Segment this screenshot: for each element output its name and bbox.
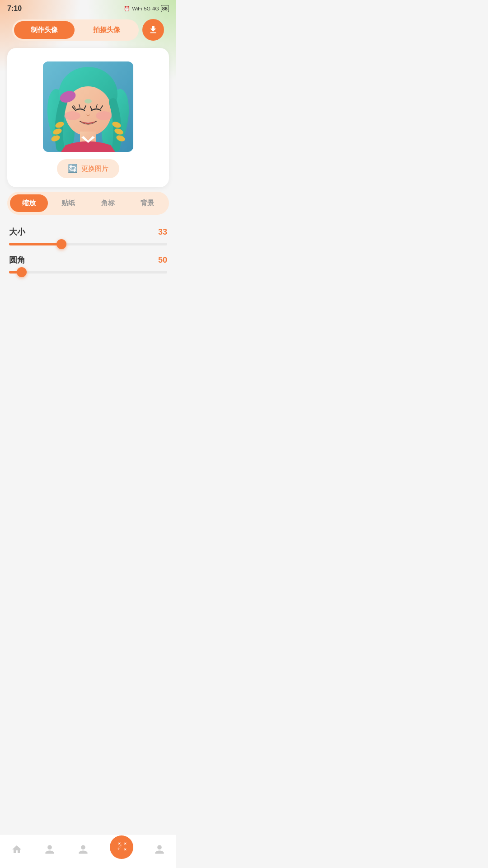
radius-slider-track[interactable] [9, 271, 167, 274]
sliders-section: 大小 33 圆角 50 [0, 219, 176, 290]
svg-point-7 [84, 99, 92, 104]
size-slider-fill [9, 243, 61, 245]
status-icons: ⏰ WiFi 5G 4G 86 [124, 5, 169, 12]
category-tabs: 缩放 贴纸 角标 背景 [7, 192, 169, 215]
svg-point-6 [96, 111, 112, 120]
radius-label: 圆角 [9, 255, 25, 265]
tab-pill-container: 制作头像 拍摄头像 [12, 19, 139, 41]
download-icon [148, 25, 158, 35]
size-label-row: 大小 33 [9, 226, 167, 237]
tab-capture-avatar[interactable]: 拍摄头像 [76, 21, 137, 39]
image-icon: 🔄 [68, 164, 78, 174]
radius-label-row: 圆角 50 [9, 255, 167, 265]
tab-make-avatar[interactable]: 制作头像 [14, 21, 75, 39]
signal-5g-icon: 5G [144, 6, 150, 11]
size-label: 大小 [9, 226, 25, 237]
anime-character-svg [43, 61, 133, 152]
preview-card: 🔄 更换图片 [7, 48, 169, 187]
cat-tab-sticker[interactable]: 贴纸 [50, 194, 88, 212]
status-time: 7:10 [7, 5, 22, 13]
top-navigation: 制作头像 拍摄头像 [0, 15, 176, 44]
size-slider-track[interactable] [9, 243, 167, 245]
cat-tab-zoom[interactable]: 缩放 [10, 194, 48, 212]
radius-slider-thumb[interactable] [17, 267, 27, 277]
battery-icon: 86 [161, 5, 169, 12]
cat-tab-background[interactable]: 背景 [129, 194, 167, 212]
cat-tab-badge[interactable]: 角标 [89, 194, 127, 212]
radius-value: 50 [158, 255, 167, 265]
radius-slider-row: 圆角 50 [9, 255, 167, 274]
download-button[interactable] [142, 19, 164, 41]
change-image-label: 更换图片 [81, 165, 108, 173]
alarm-icon: ⏰ [124, 6, 130, 12]
size-value: 33 [158, 227, 167, 237]
signal-4g-icon: 4G [152, 6, 159, 11]
preview-image [43, 61, 133, 152]
svg-point-5 [64, 111, 80, 120]
wifi-icon: WiFi [132, 6, 142, 11]
status-bar: 7:10 ⏰ WiFi 5G 4G 86 [0, 0, 176, 15]
size-slider-row: 大小 33 [9, 226, 167, 245]
size-slider-thumb[interactable] [56, 239, 66, 249]
change-image-button[interactable]: 🔄 更换图片 [57, 159, 119, 178]
